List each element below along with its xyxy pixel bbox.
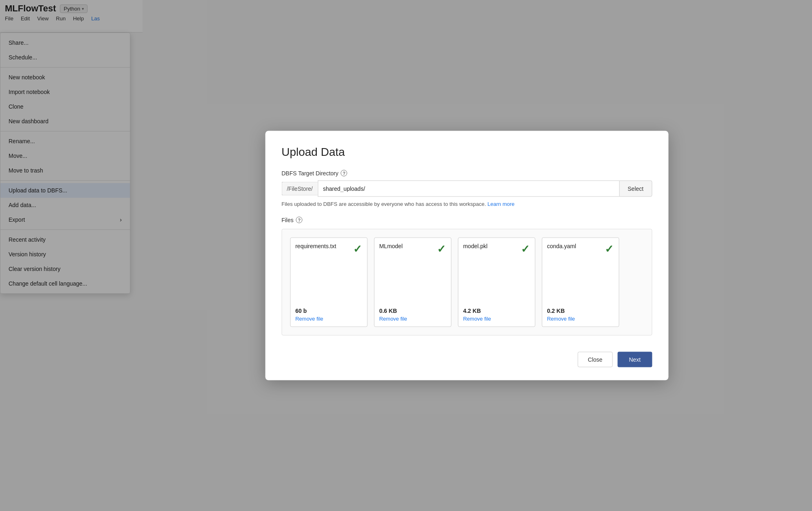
files-section-label: Files ?	[281, 217, 652, 223]
file-size-4: 0.2 KB	[547, 308, 614, 314]
remove-file-1[interactable]: Remove file	[295, 316, 362, 322]
file-name-1: requirements.txt	[295, 243, 336, 249]
file-card-1: requirements.txt ✓ 60 b Remove file	[290, 238, 367, 327]
info-text-content: Files uploaded to DBFS are accessible by…	[281, 201, 486, 207]
file-size-3: 4.2 KB	[463, 308, 530, 314]
directory-field-label: DBFS Target Directory ?	[281, 170, 652, 177]
file-card-3: model.pkl ✓ 4.2 KB Remove file	[458, 238, 535, 327]
info-text: Files uploaded to DBFS are accessible by…	[281, 201, 652, 207]
directory-input-row: /FileStore/ Select	[281, 181, 652, 197]
directory-label-text: DBFS Target Directory	[281, 170, 338, 177]
file-size-2: 0.6 KB	[379, 308, 446, 314]
file-card-2: MLmodel ✓ 0.6 KB Remove file	[374, 238, 451, 327]
files-help-icon[interactable]: ?	[296, 217, 303, 223]
remove-file-3[interactable]: Remove file	[463, 316, 530, 322]
directory-prefix: /FileStore/	[281, 182, 318, 196]
next-button[interactable]: Next	[617, 352, 652, 367]
select-button[interactable]: Select	[619, 181, 652, 197]
upload-data-modal: Upload Data DBFS Target Directory ? /Fil…	[265, 131, 668, 380]
file-size-1: 60 b	[295, 308, 362, 314]
remove-file-2[interactable]: Remove file	[379, 316, 446, 322]
learn-more-link[interactable]: Learn more	[487, 201, 514, 207]
directory-input[interactable]	[318, 181, 619, 197]
file-name-2: MLmodel	[379, 243, 403, 249]
check-icon-2: ✓	[437, 243, 446, 256]
check-icon-4: ✓	[605, 243, 614, 256]
file-name-3: model.pkl	[463, 243, 487, 249]
files-label-text: Files	[281, 217, 294, 223]
check-icon-1: ✓	[353, 243, 362, 256]
remove-file-4[interactable]: Remove file	[547, 316, 614, 322]
modal-footer: Close Next	[281, 352, 652, 367]
file-card-4: conda.yaml ✓ 0.2 KB Remove file	[542, 238, 619, 327]
directory-help-icon[interactable]: ?	[341, 170, 347, 177]
modal-title: Upload Data	[281, 146, 652, 159]
files-container: requirements.txt ✓ 60 b Remove file MLmo…	[281, 229, 652, 336]
check-icon-3: ✓	[521, 243, 530, 256]
close-button[interactable]: Close	[578, 352, 613, 367]
file-name-4: conda.yaml	[547, 243, 576, 249]
